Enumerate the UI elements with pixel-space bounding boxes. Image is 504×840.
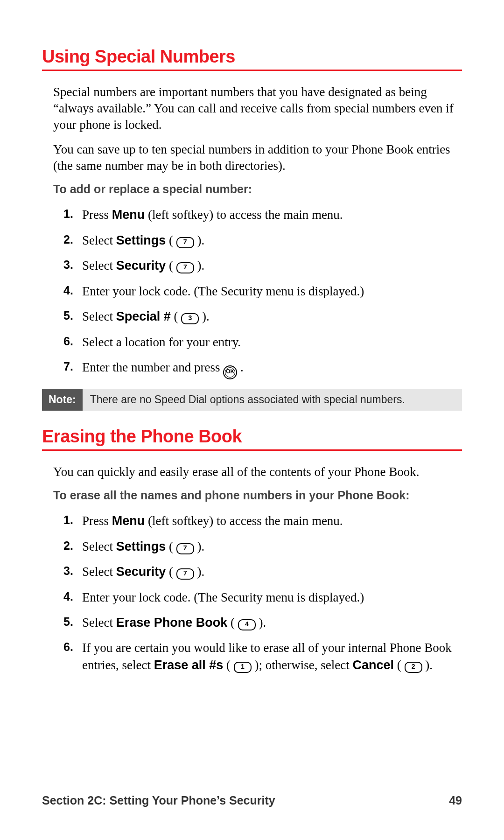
step-text: ).: [194, 233, 205, 247]
menu-label: Menu: [112, 208, 145, 222]
step-text: Press: [82, 208, 112, 222]
step-6: 6. If you are certain you would like to …: [63, 639, 462, 673]
step-text: ); otherwise, select: [252, 658, 353, 672]
step-text: Enter the number and press: [82, 360, 223, 374]
para-erase-intro: You can quickly and easily erase all of …: [53, 464, 462, 480]
step-number: 4.: [63, 283, 73, 299]
step-text: Select: [82, 539, 116, 553]
step-1: 1. Press Menu (left softkey) to access t…: [63, 206, 462, 223]
step-4: 4. Enter your lock code. (The Security m…: [63, 589, 462, 606]
key-7-icon: 7: [176, 568, 194, 580]
key-2-icon: 2: [405, 662, 422, 673]
para-special-numbers-intro: Special numbers are important numbers th…: [53, 84, 462, 133]
key-1-icon: 1: [234, 662, 252, 673]
step-text: (left softkey) to access the main menu.: [145, 208, 343, 222]
key-7-icon: 7: [176, 543, 194, 554]
step-text: Enter your lock code. (The Security menu…: [82, 284, 364, 298]
note-text: There are no Speed Dial options associat…: [83, 389, 413, 411]
step-text: (: [394, 658, 405, 672]
step-3: 3. Select Security ( 7 ).: [63, 563, 462, 580]
step-number: 2.: [63, 232, 73, 248]
step-2: 2. Select Settings ( 7 ).: [63, 232, 462, 249]
erase-all-label: Erase all #s: [154, 658, 224, 672]
step-2: 2. Select Settings ( 7 ).: [63, 538, 462, 555]
step-number: 6.: [63, 334, 73, 350]
step-text: (: [223, 658, 234, 672]
erase-phone-book-label: Erase Phone Book: [116, 616, 228, 630]
key-7-icon: 7: [176, 237, 194, 248]
step-text: (left softkey) to access the main menu.: [145, 514, 343, 528]
step-number: 2.: [63, 538, 73, 554]
step-text: (: [166, 259, 176, 273]
step-number: 3.: [63, 257, 73, 273]
footer-section-label: Section 2C: Setting Your Phone’s Securit…: [42, 794, 275, 807]
security-label: Security: [116, 259, 166, 273]
step-text: (: [171, 309, 182, 323]
step-text: (: [227, 616, 238, 630]
step-7: 7. Enter the number and press OK .: [63, 359, 462, 379]
menu-label: Menu: [112, 514, 145, 528]
footer-page-number: 49: [449, 794, 462, 807]
step-5: 5. Select Special # ( 3 ).: [63, 308, 462, 325]
step-text: ).: [194, 565, 205, 579]
step-text: Select: [82, 309, 116, 323]
step-1: 1. Press Menu (left softkey) to access t…: [63, 512, 462, 529]
step-text: (: [166, 565, 176, 579]
step-text: Select: [82, 259, 116, 273]
step-text: (: [166, 233, 176, 247]
step-text: Select: [82, 565, 116, 579]
key-7-icon: 7: [176, 262, 194, 273]
step-text: Press: [82, 514, 112, 528]
step-text: ).: [256, 616, 266, 630]
step-number: 5.: [63, 614, 73, 630]
step-5: 5. Select Erase Phone Book ( 4 ).: [63, 614, 462, 631]
special-number-label: Special #: [116, 309, 171, 323]
key-4-icon: 4: [238, 619, 256, 630]
step-text: ).: [199, 309, 210, 323]
step-text: Select: [82, 233, 116, 247]
note-box: Note: There are no Speed Dial options as…: [42, 389, 462, 411]
steps-add-special-number: 1. Press Menu (left softkey) to access t…: [53, 206, 462, 379]
subhead-erase-phone-book: To erase all the names and phone numbers…: [53, 489, 462, 502]
step-text: Enter your lock code. (The Security menu…: [82, 590, 364, 604]
step-number: 5.: [63, 308, 73, 324]
step-text: ).: [194, 539, 205, 553]
steps-erase-phone-book: 1. Press Menu (left softkey) to access t…: [53, 512, 462, 673]
step-number: 3.: [63, 563, 73, 579]
step-text: ).: [422, 658, 433, 672]
ok-key-icon: OK: [223, 365, 237, 379]
key-3-icon: 3: [181, 313, 199, 324]
step-number: 7.: [63, 359, 73, 375]
step-text: Select a location for your entry.: [82, 335, 241, 349]
step-number: 1.: [63, 206, 73, 222]
subhead-add-replace-special: To add or replace a special number:: [53, 182, 462, 196]
heading-using-special-numbers: Using Special Numbers: [42, 47, 462, 71]
settings-label: Settings: [116, 539, 166, 553]
step-3: 3. Select Security ( 7 ).: [63, 257, 462, 274]
step-text: Select: [82, 616, 116, 630]
step-number: 4.: [63, 589, 73, 605]
step-number: 6.: [63, 639, 73, 655]
step-text: .: [237, 360, 244, 374]
step-number: 1.: [63, 512, 73, 528]
cancel-label: Cancel: [353, 658, 394, 672]
page-footer: Section 2C: Setting Your Phone’s Securit…: [42, 794, 462, 807]
settings-label: Settings: [116, 233, 166, 247]
step-6: 6. Select a location for your entry.: [63, 334, 462, 350]
step-text: ).: [194, 259, 205, 273]
step-text: (: [166, 539, 176, 553]
note-label: Note:: [42, 389, 83, 411]
step-4: 4. Enter your lock code. (The Security m…: [63, 283, 462, 300]
heading-erasing-phone-book: Erasing the Phone Book: [42, 427, 462, 451]
security-label: Security: [116, 565, 166, 579]
para-special-numbers-limit: You can save up to ten special numbers i…: [53, 141, 462, 174]
